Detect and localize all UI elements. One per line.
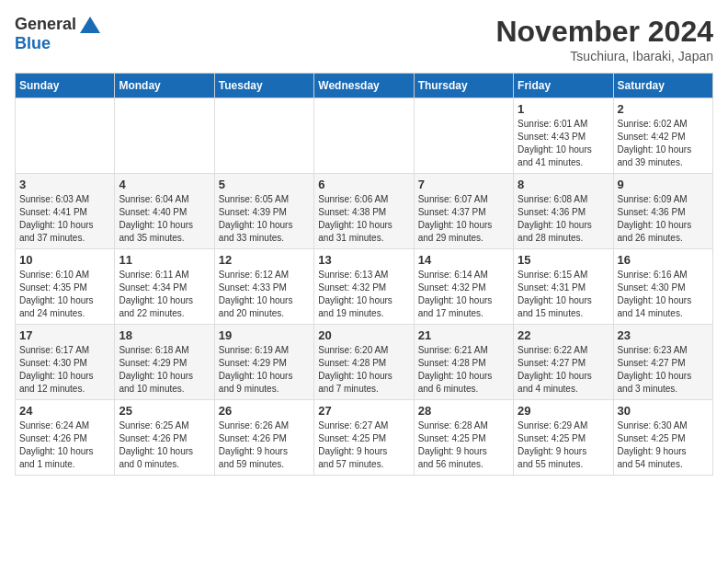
day-info: Sunrise: 6:28 AM Sunset: 4:25 PM Dayligh… [418,419,509,471]
day-info: Sunrise: 6:21 AM Sunset: 4:28 PM Dayligh… [418,344,509,396]
calendar-cell [414,98,513,174]
day-number: 29 [518,404,609,418]
calendar-cell [314,98,414,174]
location: Tsuchiura, Ibaraki, Japan [495,49,713,63]
day-info: Sunrise: 6:27 AM Sunset: 4:25 PM Dayligh… [318,419,409,471]
calendar-cell: 28Sunrise: 6:28 AM Sunset: 4:25 PM Dayli… [414,400,513,476]
day-number: 15 [518,253,609,267]
day-info: Sunrise: 6:12 AM Sunset: 4:33 PM Dayligh… [219,269,310,320]
day-info: Sunrise: 6:09 AM Sunset: 4:36 PM Dayligh… [618,193,709,245]
day-number: 9 [618,178,709,191]
calendar-cell: 27Sunrise: 6:27 AM Sunset: 4:25 PM Dayli… [314,400,414,476]
day-number: 6 [318,178,409,191]
calendar-cell: 2Sunrise: 6:02 AM Sunset: 4:42 PM Daylig… [613,98,712,174]
calendar-header-row: SundayMondayTuesdayWednesdayThursdayFrid… [16,74,713,98]
day-info: Sunrise: 6:18 AM Sunset: 4:29 PM Dayligh… [119,344,210,396]
calendar-cell: 7Sunrise: 6:07 AM Sunset: 4:37 PM Daylig… [414,174,513,249]
day-info: Sunrise: 6:10 AM Sunset: 4:35 PM Dayligh… [19,269,110,320]
svg-marker-0 [80,17,100,33]
day-number: 30 [618,404,709,418]
weekday-header-monday: Monday [115,74,214,98]
calendar-cell: 11Sunrise: 6:11 AM Sunset: 4:34 PM Dayli… [115,249,214,325]
day-number: 8 [518,178,609,191]
calendar-cell: 6Sunrise: 6:06 AM Sunset: 4:38 PM Daylig… [314,174,414,249]
day-info: Sunrise: 6:05 AM Sunset: 4:39 PM Dayligh… [219,193,310,245]
calendar-week-3: 10Sunrise: 6:10 AM Sunset: 4:35 PM Dayli… [16,249,713,325]
day-number: 5 [219,178,310,191]
logo: General Blue [15,15,100,53]
calendar: SundayMondayTuesdayWednesdayThursdayFrid… [15,73,713,476]
day-info: Sunrise: 6:08 AM Sunset: 4:36 PM Dayligh… [518,193,609,245]
calendar-cell: 4Sunrise: 6:04 AM Sunset: 4:40 PM Daylig… [115,174,214,249]
day-info: Sunrise: 6:01 AM Sunset: 4:43 PM Dayligh… [518,118,609,169]
calendar-cell: 21Sunrise: 6:21 AM Sunset: 4:28 PM Dayli… [414,325,513,400]
day-number: 14 [418,253,509,267]
day-number: 24 [19,404,110,418]
day-number: 26 [219,404,310,418]
logo-icon [80,17,100,33]
day-number: 10 [19,253,110,267]
day-info: Sunrise: 6:02 AM Sunset: 4:42 PM Dayligh… [618,118,709,169]
calendar-cell: 15Sunrise: 6:15 AM Sunset: 4:31 PM Dayli… [514,249,613,325]
day-number: 18 [119,328,210,342]
calendar-cell: 13Sunrise: 6:13 AM Sunset: 4:32 PM Dayli… [314,249,414,325]
calendar-cell: 18Sunrise: 6:18 AM Sunset: 4:29 PM Dayli… [115,325,214,400]
day-number: 28 [418,404,509,418]
day-info: Sunrise: 6:14 AM Sunset: 4:32 PM Dayligh… [418,269,509,320]
calendar-cell: 23Sunrise: 6:23 AM Sunset: 4:27 PM Dayli… [613,325,712,400]
day-info: Sunrise: 6:06 AM Sunset: 4:38 PM Dayligh… [318,193,409,245]
calendar-cell [115,98,214,174]
calendar-cell: 25Sunrise: 6:25 AM Sunset: 4:26 PM Dayli… [115,400,214,476]
calendar-cell: 20Sunrise: 6:20 AM Sunset: 4:28 PM Dayli… [314,325,414,400]
day-number: 25 [119,404,210,418]
day-number: 27 [318,404,409,418]
calendar-cell: 8Sunrise: 6:08 AM Sunset: 4:36 PM Daylig… [514,174,613,249]
calendar-cell [214,98,313,174]
day-info: Sunrise: 6:17 AM Sunset: 4:30 PM Dayligh… [19,344,110,396]
calendar-cell: 17Sunrise: 6:17 AM Sunset: 4:30 PM Dayli… [16,325,115,400]
calendar-cell: 30Sunrise: 6:30 AM Sunset: 4:25 PM Dayli… [613,400,712,476]
day-number: 16 [618,253,709,267]
day-info: Sunrise: 6:04 AM Sunset: 4:40 PM Dayligh… [119,193,210,245]
day-number: 1 [518,102,609,116]
calendar-cell: 3Sunrise: 6:03 AM Sunset: 4:41 PM Daylig… [16,174,115,249]
day-number: 21 [418,328,509,342]
calendar-cell: 14Sunrise: 6:14 AM Sunset: 4:32 PM Dayli… [414,249,513,325]
day-info: Sunrise: 6:26 AM Sunset: 4:26 PM Dayligh… [219,419,310,471]
month-title: November 2024 [495,15,713,49]
day-info: Sunrise: 6:22 AM Sunset: 4:27 PM Dayligh… [518,344,609,396]
weekday-header-tuesday: Tuesday [214,74,313,98]
calendar-cell: 16Sunrise: 6:16 AM Sunset: 4:30 PM Dayli… [613,249,712,325]
calendar-week-2: 3Sunrise: 6:03 AM Sunset: 4:41 PM Daylig… [16,174,713,249]
day-number: 17 [19,328,110,342]
calendar-cell: 29Sunrise: 6:29 AM Sunset: 4:25 PM Dayli… [514,400,613,476]
day-info: Sunrise: 6:24 AM Sunset: 4:26 PM Dayligh… [19,419,110,471]
weekday-header-sunday: Sunday [16,74,115,98]
day-number: 4 [119,178,210,191]
calendar-cell: 10Sunrise: 6:10 AM Sunset: 4:35 PM Dayli… [16,249,115,325]
day-info: Sunrise: 6:29 AM Sunset: 4:25 PM Dayligh… [518,419,609,471]
day-info: Sunrise: 6:11 AM Sunset: 4:34 PM Dayligh… [119,269,210,320]
day-info: Sunrise: 6:15 AM Sunset: 4:31 PM Dayligh… [518,269,609,320]
day-info: Sunrise: 6:25 AM Sunset: 4:26 PM Dayligh… [119,419,210,471]
calendar-cell: 22Sunrise: 6:22 AM Sunset: 4:27 PM Dayli… [514,325,613,400]
day-info: Sunrise: 6:30 AM Sunset: 4:25 PM Dayligh… [618,419,709,471]
day-number: 3 [19,178,110,191]
day-number: 19 [219,328,310,342]
day-info: Sunrise: 6:07 AM Sunset: 4:37 PM Dayligh… [418,193,509,245]
day-number: 12 [219,253,310,267]
weekday-header-friday: Friday [514,74,613,98]
calendar-cell: 26Sunrise: 6:26 AM Sunset: 4:26 PM Dayli… [214,400,313,476]
calendar-cell: 12Sunrise: 6:12 AM Sunset: 4:33 PM Dayli… [214,249,313,325]
day-number: 2 [618,102,709,116]
day-number: 13 [318,253,409,267]
weekday-header-saturday: Saturday [613,74,712,98]
calendar-cell: 5Sunrise: 6:05 AM Sunset: 4:39 PM Daylig… [214,174,313,249]
day-number: 22 [518,328,609,342]
day-number: 23 [618,328,709,342]
day-info: Sunrise: 6:13 AM Sunset: 4:32 PM Dayligh… [318,269,409,320]
calendar-week-5: 24Sunrise: 6:24 AM Sunset: 4:26 PM Dayli… [16,400,713,476]
day-info: Sunrise: 6:16 AM Sunset: 4:30 PM Dayligh… [618,269,709,320]
logo-general: General [15,15,76,34]
day-info: Sunrise: 6:19 AM Sunset: 4:29 PM Dayligh… [219,344,310,396]
